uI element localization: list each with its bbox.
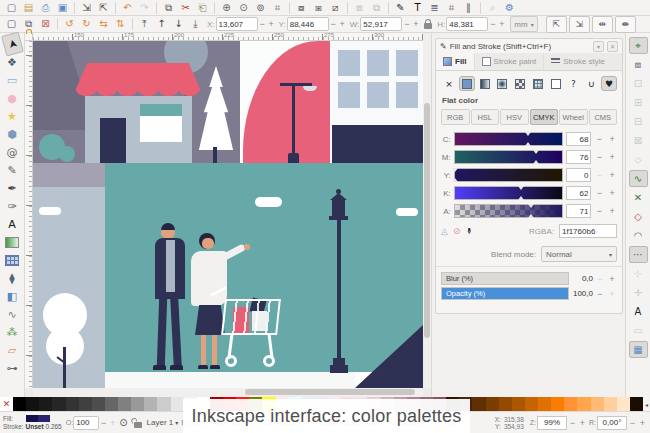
ellipse-tool[interactable]: ● [2,89,23,107]
k-increment-button[interactable]: + [607,187,617,199]
m-slider[interactable] [454,150,563,164]
c-value-input[interactable]: 68 [566,132,591,146]
undo-button[interactable]: ↶ [119,1,136,15]
align-dialog-button[interactable]: ∥ [460,1,477,15]
k-decrement-button[interactable]: − [594,187,604,199]
palette-swatch[interactable] [105,397,118,411]
calligraphy-tool[interactable]: ✑ [2,197,23,215]
tweak-tool[interactable]: ∿ [2,305,23,323]
slider-thumb[interactable] [533,157,539,164]
flip-vertical-button[interactable]: ⇅ [112,17,129,31]
snap-text-baseline-toggle[interactable]: A [629,303,648,320]
paint-radial-gradient-button[interactable] [494,76,510,91]
snap-paths-toggle[interactable]: ∿ [629,170,648,187]
woman-shoe[interactable] [198,365,208,369]
lavender-strip[interactable] [33,163,105,187]
y-slider[interactable] [454,168,563,182]
palette-swatch[interactable] [26,397,39,411]
w-increment-button[interactable]: + [411,17,420,31]
man-shoe[interactable] [153,365,166,370]
palette-swatch[interactable] [564,397,577,411]
building-window[interactable] [338,50,360,76]
eyedropper-icon[interactable]: ✒ [464,227,474,235]
print-button[interactable]: ⎙ [37,1,54,15]
lock-ratio-icon[interactable] [424,23,432,29]
lamp-base-upper[interactable] [333,358,345,365]
no-color-icon[interactable]: ⊘ [453,226,461,236]
cloud[interactable] [396,208,418,216]
paint-flat-color-button[interactable] [459,76,475,91]
palette-swatch[interactable] [577,397,590,411]
palette-swatch[interactable] [512,397,525,411]
white-tree-trunk[interactable] [63,347,66,388]
a-decrement-button[interactable]: − [594,205,604,217]
canvas-artwork[interactable] [33,41,423,388]
rgba-input[interactable] [559,224,617,238]
raise-to-top-button[interactable]: ⤒ [136,17,153,31]
zoom-increment-button[interactable]: + [578,416,587,430]
slider-thumb[interactable] [528,211,534,218]
lower-to-bottom-button[interactable]: ⤓ [187,17,204,31]
woman-face[interactable] [202,238,214,249]
vertical-ruler[interactable] [25,41,33,388]
k-slider[interactable] [454,186,563,200]
cart-basket[interactable] [221,299,281,335]
blur-slider[interactable]: Blur (%) [441,272,569,285]
man-shirt[interactable] [166,240,175,292]
opacity-slider[interactable]: Opacity (%) [441,287,569,300]
colorspace-tab-wheel[interactable]: Wheel [559,109,588,125]
y-value-input[interactable]: 0 [566,168,591,182]
palette-swatch[interactable] [157,397,170,411]
opacity-value[interactable]: 100,0 [571,289,593,298]
tab-fill[interactable]: Fill [436,53,475,70]
horizontal-scrollbar-thumb[interactable] [245,389,415,395]
m-increment-button[interactable]: + [607,151,617,163]
palette-swatch[interactable] [525,397,538,411]
palette-swatch[interactable] [617,397,630,411]
paint-linear-gradient-button[interactable] [477,76,493,91]
zoom-input[interactable]: 99% [537,416,567,430]
save-document-button[interactable]: ▣ [54,1,71,15]
move-patterns-toggle[interactable]: ⇼ [615,16,636,33]
x-input[interactable]: 13,607 [216,17,258,31]
m-decrement-button[interactable]: − [594,151,604,163]
palette-swatch[interactable] [131,397,144,411]
slider-thumb[interactable] [452,168,458,175]
shop-door[interactable] [100,118,126,163]
connector-tool[interactable]: ⊶ [2,359,23,377]
eraser-tool[interactable]: ▱ [2,341,23,359]
palette-swatch[interactable] [472,397,485,411]
scale-stroke-toggle[interactable]: ⇱ [546,16,567,33]
slider-thumb[interactable] [533,150,539,157]
palette-swatch[interactable] [39,397,52,411]
k-value-input[interactable]: 62 [566,186,591,200]
building-window[interactable] [367,82,389,108]
opacity-decrement-button[interactable]: − [595,288,605,300]
bezier-pen-tool[interactable]: ✒ [2,179,23,197]
palette-swatch[interactable] [118,397,131,411]
zoom-in-button[interactable]: ⊕ [218,1,235,15]
man-shoe[interactable] [170,365,183,370]
dropper-tool[interactable]: ⧫ [2,269,23,287]
rotate-ccw-button[interactable]: ↺ [61,17,78,31]
y-increment-button[interactable]: + [338,17,347,31]
palette-swatch[interactable] [52,397,65,411]
fill-rule-nonzero-button[interactable]: ♥ [601,76,617,91]
new-document-button[interactable]: ▢ [3,1,20,15]
lamp-pole[interactable] [337,220,341,359]
copy-button[interactable]: ⧉ [160,1,177,15]
rotation-input[interactable]: 0,00° [597,416,627,430]
rotation-decrement-button[interactable]: − [628,416,637,430]
snap-enable-toggle[interactable]: ⌖ [629,37,648,54]
building-window[interactable] [367,50,389,76]
pencil-tool[interactable]: ✎ [2,161,23,179]
woman-leg[interactable] [201,335,206,367]
import-button[interactable]: ⇲ [78,1,95,15]
cut-button[interactable]: ✂ [177,1,194,15]
vertical-scrollbar-thumb[interactable] [424,103,430,338]
palette-swatch[interactable] [499,397,512,411]
fill-stroke-indicator[interactable]: Fill: Stroke: Unset 0.265 [3,415,62,430]
unit-select[interactable]: mm ▾ [510,16,537,32]
y-decrement-button[interactable]: − [329,17,338,31]
paste-button[interactable]: ⎗ [194,1,211,15]
